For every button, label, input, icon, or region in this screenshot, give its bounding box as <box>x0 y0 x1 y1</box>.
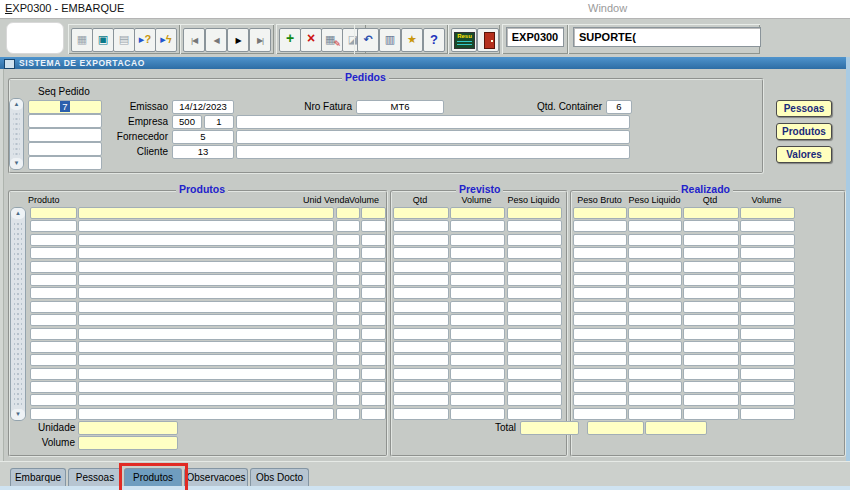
cell-unid-venda[interactable] <box>336 207 360 219</box>
cell-produto-code[interactable] <box>30 207 77 219</box>
grid-scroll-track[interactable] <box>14 220 22 408</box>
cell-real-peso-liquido[interactable] <box>628 381 682 393</box>
pedidos-scroll-up-icon[interactable]: ▲ <box>10 99 23 110</box>
cell-real-peso-bruto[interactable] <box>573 301 627 313</box>
cell-unid-venda[interactable] <box>336 341 360 353</box>
cell-real-qtd[interactable] <box>683 301 739 313</box>
cell-prev-peso-liquido[interactable] <box>507 287 562 299</box>
cell-produto-desc[interactable] <box>78 301 334 313</box>
cell-volume[interactable] <box>361 314 386 326</box>
cell-produto-desc[interactable] <box>78 368 334 380</box>
cell-unid-venda[interactable] <box>336 261 360 273</box>
cell-prev-volume[interactable] <box>450 408 505 420</box>
cell-real-peso-liquido[interactable] <box>628 341 682 353</box>
cell-real-volume[interactable] <box>740 341 795 353</box>
cell-produto-code[interactable] <box>30 274 77 286</box>
cell-prev-qtd[interactable] <box>393 314 449 326</box>
cell-real-peso-liquido[interactable] <box>628 314 682 326</box>
cell-real-volume[interactable] <box>740 354 795 366</box>
cell-prev-volume[interactable] <box>450 287 505 299</box>
cell-prev-qtd[interactable] <box>393 341 449 353</box>
cell-prev-peso-liquido[interactable] <box>507 261 562 273</box>
cell-real-volume[interactable] <box>740 368 795 380</box>
cell-prev-qtd[interactable] <box>393 301 449 313</box>
cell-real-peso-liquido[interactable] <box>628 368 682 380</box>
pessoas-button[interactable]: Pessoas <box>776 100 832 117</box>
emissao-field[interactable]: 14/12/2023 <box>172 100 234 114</box>
nro-fatura-field[interactable]: MT6 <box>356 100 444 114</box>
cell-real-peso-bruto[interactable] <box>573 341 627 353</box>
cell-prev-qtd[interactable] <box>393 408 449 420</box>
empresa-branch-field[interactable]: 1 <box>204 115 234 129</box>
pedidos-scroll-down-icon[interactable]: ▼ <box>10 158 23 169</box>
cell-prev-volume[interactable] <box>450 301 505 313</box>
cell-real-qtd[interactable] <box>683 408 739 420</box>
cell-real-qtd[interactable] <box>683 207 739 219</box>
fornecedor-desc-field[interactable] <box>236 130 630 144</box>
cell-produto-code[interactable] <box>30 261 77 273</box>
undo-button[interactable]: ↶ <box>357 28 379 52</box>
cell-real-volume[interactable] <box>740 287 795 299</box>
cell-real-peso-bruto[interactable] <box>573 354 627 366</box>
cell-prev-volume[interactable] <box>450 314 505 326</box>
cell-real-peso-bruto[interactable] <box>573 274 627 286</box>
cell-produto-code[interactable] <box>30 247 77 259</box>
print-button[interactable]: ▤ <box>113 28 135 52</box>
cell-produto-code[interactable] <box>30 287 77 299</box>
cell-prev-volume[interactable] <box>450 381 505 393</box>
grid-scroll-down-icon[interactable]: ▼ <box>11 409 25 420</box>
cell-real-qtd[interactable] <box>683 341 739 353</box>
cell-real-volume[interactable] <box>740 247 795 259</box>
cell-real-peso-bruto[interactable] <box>573 381 627 393</box>
cell-prev-qtd[interactable] <box>393 247 449 259</box>
cell-unid-venda[interactable] <box>336 301 360 313</box>
cell-prev-peso-liquido[interactable] <box>507 274 562 286</box>
cell-prev-peso-liquido[interactable] <box>507 220 562 232</box>
cell-real-qtd[interactable] <box>683 220 739 232</box>
cell-real-volume[interactable] <box>740 328 795 340</box>
cell-real-peso-liquido[interactable] <box>628 394 682 406</box>
cell-real-peso-liquido[interactable] <box>628 408 682 420</box>
cell-prev-peso-liquido[interactable] <box>507 408 562 420</box>
pedidos-scroll-track[interactable] <box>13 111 20 157</box>
cell-volume[interactable] <box>361 354 386 366</box>
fornecedor-code-field[interactable]: 5 <box>172 130 234 144</box>
cell-produto-desc[interactable] <box>78 381 334 393</box>
cell-produto-desc[interactable] <box>78 341 334 353</box>
cell-prev-peso-liquido[interactable] <box>507 207 562 219</box>
cell-prev-peso-liquido[interactable] <box>507 247 562 259</box>
clipboard-button[interactable]: ▥ <box>379 28 401 52</box>
cell-real-peso-liquido[interactable] <box>628 207 682 219</box>
cell-real-volume[interactable] <box>740 220 795 232</box>
cell-real-peso-liquido[interactable] <box>628 220 682 232</box>
cell-real-peso-bruto[interactable] <box>573 247 627 259</box>
cliente-desc-field[interactable] <box>236 145 630 159</box>
cell-unid-venda[interactable] <box>336 220 360 232</box>
cell-real-peso-liquido[interactable] <box>628 328 682 340</box>
cell-prev-volume[interactable] <box>450 341 505 353</box>
tab-observacoes[interactable]: Observacoes <box>184 468 248 487</box>
unidade-field[interactable] <box>78 421 178 435</box>
qtd-container-field[interactable]: 6 <box>606 100 632 114</box>
cell-prev-qtd[interactable] <box>393 287 449 299</box>
cell-prev-qtd[interactable] <box>393 354 449 366</box>
cell-prev-peso-liquido[interactable] <box>507 314 562 326</box>
cell-produto-code[interactable] <box>30 314 77 326</box>
cell-real-peso-bruto[interactable] <box>573 328 627 340</box>
seq-pedido-field[interactable] <box>28 114 102 128</box>
cell-produto-desc[interactable] <box>78 287 334 299</box>
tab-embarque[interactable]: Embarque <box>10 468 66 487</box>
keys-button[interactable]: ★ <box>401 28 423 52</box>
cell-unid-venda[interactable] <box>336 234 360 246</box>
screen-button[interactable]: ▣ <box>92 28 114 52</box>
cell-produto-desc[interactable] <box>78 394 334 406</box>
seq-pedido-field[interactable] <box>28 142 102 156</box>
nav-first-button[interactable]: |◀ <box>183 28 205 52</box>
cell-prev-peso-liquido[interactable] <box>507 234 562 246</box>
cell-prev-peso-liquido[interactable] <box>507 368 562 380</box>
resume-button[interactable]: Resu <box>451 28 477 52</box>
cell-produto-code[interactable] <box>30 368 77 380</box>
cell-real-peso-bruto[interactable] <box>573 368 627 380</box>
cell-prev-qtd[interactable] <box>393 261 449 273</box>
user-field[interactable]: SUPORTE( <box>573 27 761 47</box>
